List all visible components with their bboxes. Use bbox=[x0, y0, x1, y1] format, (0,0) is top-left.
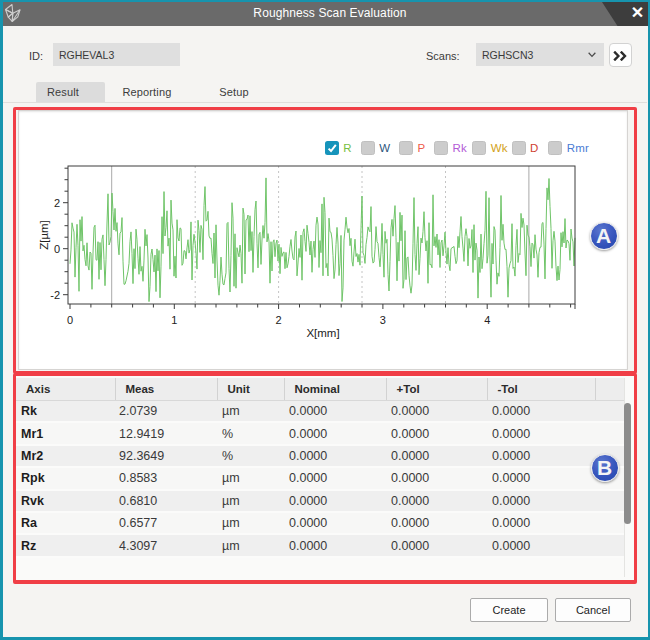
svg-text:X[mm]: X[mm] bbox=[306, 327, 339, 339]
svg-text:3: 3 bbox=[380, 314, 386, 326]
svg-text:0: 0 bbox=[67, 314, 73, 326]
svg-text:Z[µm]: Z[µm] bbox=[38, 220, 50, 250]
svg-text:-2: -2 bbox=[50, 289, 60, 301]
svg-text:4: 4 bbox=[484, 314, 490, 326]
svg-text:2: 2 bbox=[54, 197, 60, 209]
svg-text:2: 2 bbox=[276, 314, 282, 326]
svg-text:1: 1 bbox=[171, 314, 177, 326]
svg-text:0: 0 bbox=[54, 243, 60, 255]
